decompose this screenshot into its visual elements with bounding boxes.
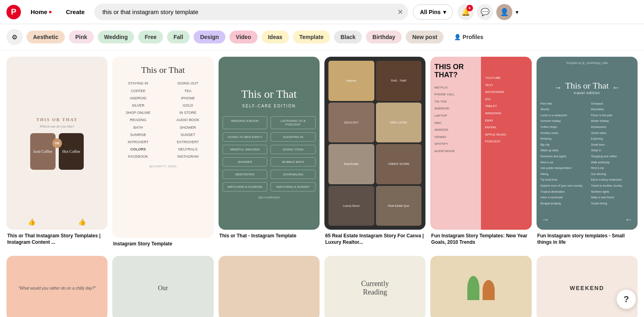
chip-fall[interactable]: Fall <box>167 31 190 43</box>
filter-icon: ⚙ <box>12 33 17 41</box>
avatar[interactable]: 👤 <box>496 4 512 20</box>
pin-title: Fun Instagram story templates - Small th… <box>537 233 638 245</box>
avatar-chevron-button[interactable]: ▾ <box>516 9 518 15</box>
chip-design[interactable]: Design <box>194 31 225 43</box>
chip-template[interactable]: Template <box>293 31 330 43</box>
pin-image-1: THIS OR THAT Which one do you like? Iced… <box>6 57 107 230</box>
chip-birthday[interactable]: Birthday <box>366 31 402 43</box>
pin-image-5: THIS OR THAT? NETFLIXPHONE CALLTIK TOK A… <box>430 57 531 230</box>
notif-badge: 6 <box>466 5 473 11</box>
clear-search-icon[interactable]: ✕ <box>397 8 403 16</box>
logo-symbol: P <box>11 7 16 16</box>
pin-card[interactable]: THIS OR THAT Which one do you like? Iced… <box>6 57 107 245</box>
filter-bar: ⚙ AestheticPinkWeddingFreeFallDesignVide… <box>0 24 644 50</box>
chevron-icon: ▾ <box>516 9 518 15</box>
pinterest-logo[interactable]: P <box>6 5 21 19</box>
chip-profiles[interactable]: 👤Profiles <box>448 31 489 43</box>
header-icons: 🔔 6 💬 👤 ▾ <box>458 4 518 20</box>
create-nav-button[interactable]: Create <box>61 5 90 19</box>
bottom-card[interactable] <box>430 256 531 317</box>
create-label: Create <box>66 8 85 15</box>
pin-card[interactable]: Template by @_sma!lthings_inlife → This … <box>537 57 638 245</box>
chips-container: AestheticPinkWeddingFreeFallDesignVideoI… <box>27 31 490 43</box>
pin-image-2: This or That STAYING INGOING OUT COFFEET… <box>112 57 213 238</box>
messages-button[interactable]: 💬 <box>477 4 493 20</box>
pin-title: Instagram Story Template <box>112 241 213 247</box>
chip-aesthetic[interactable]: Aesthetic <box>27 31 65 43</box>
pin-card[interactable]: Interior THIS - THAT SOLD OUT NEW LISTED… <box>324 57 425 245</box>
bottom-card[interactable] <box>219 256 320 317</box>
chip-black[interactable]: Black <box>334 31 362 43</box>
home-nav-button[interactable]: Home <box>26 5 56 19</box>
chip-video[interactable]: Video <box>229 31 258 43</box>
notifications-button[interactable]: 🔔 6 <box>458 4 474 20</box>
chip-pink[interactable]: Pink <box>69 31 94 43</box>
pin-image-3: This or That SELF-CARE EDITION READING A… <box>219 57 320 230</box>
help-icon: ? <box>623 294 629 305</box>
home-label: Home <box>31 8 47 15</box>
chevron-down-icon: ▾ <box>443 9 446 15</box>
pin-card[interactable]: THIS OR THAT? NETFLIXPHONE CALLTIK TOK A… <box>430 57 531 245</box>
all-pins-label: All Pins <box>420 9 440 15</box>
help-button[interactable]: ? <box>617 290 636 309</box>
pin-image-6: Template by @_sma!lthings_inlife → This … <box>537 57 638 230</box>
filter-settings-button[interactable]: ⚙ <box>6 29 23 45</box>
bottom-row: "What would you rather do on a chilly da… <box>0 256 644 317</box>
pin-title: This or That - Instagram Template <box>219 233 320 239</box>
message-icon: 💬 <box>481 8 489 16</box>
chip-free[interactable]: Free <box>138 31 163 43</box>
pin-title: Fun Instagram Story Templates: New Year … <box>430 233 531 245</box>
pin-title: 65 Real Estate Instagram Story For Canva… <box>324 233 425 245</box>
chip-new post[interactable]: New post <box>406 31 444 43</box>
home-dot <box>49 11 52 13</box>
all-pins-button[interactable]: All Pins ▾ <box>413 4 452 20</box>
bottom-card[interactable]: "What would you rather do on a chilly da… <box>6 256 107 317</box>
pins-grid: THIS OR THAT Which one do you like? Iced… <box>0 50 644 256</box>
chip-ideas[interactable]: Ideas <box>262 31 289 43</box>
chip-wedding[interactable]: Wedding <box>98 31 134 43</box>
header: P Home Create ✕ All Pins ▾ 🔔 6 💬 👤 ▾ <box>0 0 644 24</box>
pin-title: This or That Instagram Story Templates |… <box>6 233 107 245</box>
pin-image-4: Interior THIS - THAT SOLD OUT NEW LISTED… <box>324 57 425 230</box>
pin-card[interactable]: This or That STAYING INGOING OUT COFFEET… <box>112 57 213 247</box>
bottom-card[interactable]: Our <box>112 256 213 317</box>
bottom-card[interactable]: CurrentlyReading <box>324 256 425 317</box>
pin-card[interactable]: This or That SELF-CARE EDITION READING A… <box>219 57 320 239</box>
search-input[interactable] <box>94 4 408 20</box>
search-bar: ✕ <box>94 4 408 20</box>
